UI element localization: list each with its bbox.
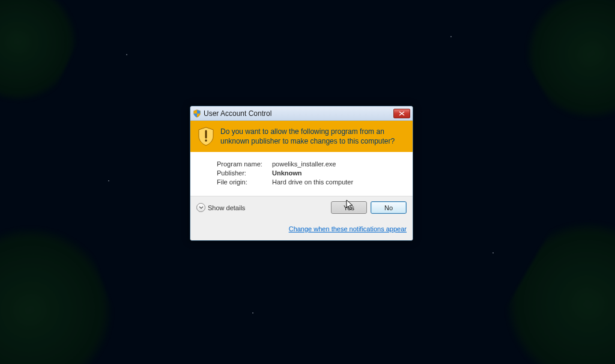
background-foliage [503,0,615,147]
change-notifications-link[interactable]: Change when these notifications appear [289,225,407,232]
uac-dialog: User Account Control Do you want to allo… [190,106,413,241]
show-details-label: Show details [208,204,245,211]
background-star [126,54,127,55]
shield-warning-icon [198,127,214,146]
chevron-down-icon [196,203,205,212]
warning-banner: Do you want to allow the following progr… [190,121,413,152]
file-origin-label: File origin: [217,178,272,186]
window-title: User Account Control [204,109,393,118]
file-origin-value: Hard drive on this computer [272,178,353,186]
program-name-label: Program name: [217,160,272,168]
close-icon [399,111,405,116]
warning-message: Do you want to allow the following progr… [220,127,405,146]
background-foliage [0,199,134,364]
shield-icon [193,109,201,118]
program-name-value: poweliks_installer.exe [272,160,336,168]
dialog-footer: Show details Yes No Change when these no… [190,196,413,240]
publisher-value: Unknown [272,169,302,177]
background-star [108,180,109,181]
background-star [450,36,452,37]
svg-point-0 [205,139,207,142]
publisher-label: Publisher: [217,169,272,177]
no-button[interactable]: No [371,201,407,214]
background-foliage [0,0,95,125]
close-button[interactable] [393,109,410,118]
background-star [252,312,253,314]
show-details-toggle[interactable]: Show details [196,203,245,212]
background-foliage [480,186,615,364]
yes-button[interactable]: Yes [331,201,367,214]
titlebar[interactable]: User Account Control [190,106,413,121]
background-star [492,252,494,253]
program-details: Program name: poweliks_installer.exe Pub… [190,152,413,196]
